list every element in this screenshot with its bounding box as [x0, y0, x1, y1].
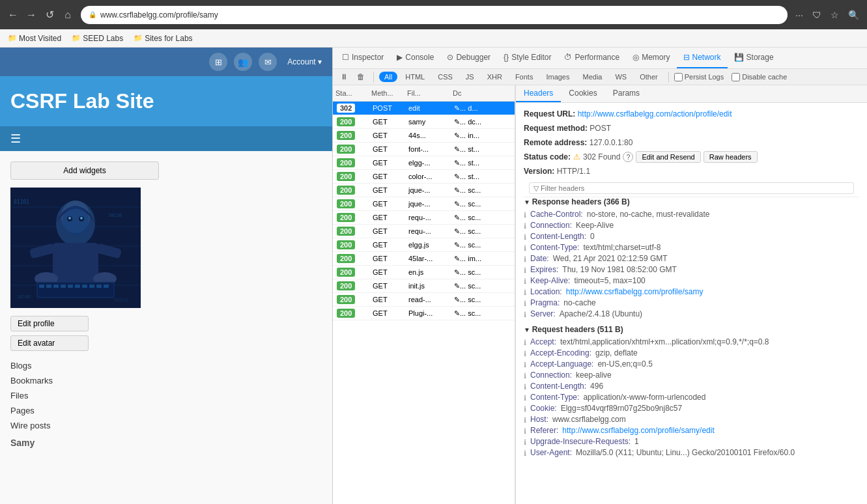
tab-memory[interactable]: ◎ Memory — [626, 48, 676, 68]
referer-value[interactable]: http://www.csrflabelgg.com/profile/samy/… — [562, 426, 714, 435]
account-button[interactable]: Account ▾ — [287, 57, 322, 66]
filter-headers-input[interactable] — [529, 182, 854, 194]
sidebar-link-pages[interactable]: Pages — [10, 404, 159, 417]
request-url-value[interactable]: http://www.csrflabelgg.com/action/profil… — [578, 109, 732, 119]
disable-cache-checkbox[interactable] — [732, 73, 740, 81]
table-row[interactable]: 200 GET init.js ✎... sc... — [333, 279, 515, 293]
sidebar-link-bookmarks[interactable]: Bookmarks — [10, 374, 159, 387]
version-label: Version: — [524, 167, 554, 176]
svg-rect-20 — [75, 285, 80, 288]
filter-media[interactable]: Media — [577, 72, 607, 82]
table-row[interactable]: 200 GET font-... ✎... st... — [333, 143, 515, 156]
star-button[interactable]: ☆ — [828, 7, 842, 23]
search-button[interactable]: 🔍 — [846, 7, 862, 23]
filter-headers-row — [524, 180, 859, 197]
disable-cache-label[interactable]: Disable cache — [732, 73, 787, 81]
table-row[interactable]: 200 GET color-... ✎... st... — [333, 170, 515, 184]
table-row[interactable]: 200 GET en.js ✎... sc... — [333, 266, 515, 279]
hamburger-icon[interactable]: ☰ — [10, 132, 21, 145]
bookmark-most-visited[interactable]: 📁 Most Visited — [5, 33, 64, 44]
shield-button[interactable]: 🛡 — [810, 7, 824, 23]
response-header-content-length: ℹ Content-Length: 0 — [524, 231, 859, 242]
request-url-row: Request URL: http://www.csrflabelgg.com/… — [524, 108, 859, 120]
bookmark-sites-for-labs[interactable]: 📁 Sites for Labs — [131, 33, 195, 44]
tab-performance[interactable]: ⏱ Performance — [558, 48, 626, 68]
table-row[interactable]: 200 GET Plugi-... ✎... sc... — [333, 307, 515, 320]
headers-content: Request URL: http://www.csrflabelgg.com/… — [516, 103, 867, 504]
table-row[interactable]: 200 GET samy ✎... dc... — [333, 115, 515, 129]
table-row[interactable]: 302 POST edit ✎... d... — [333, 102, 515, 115]
tab-debugger[interactable]: ⊙ Debugger — [440, 48, 497, 68]
response-header-expires: ℹ Expires: Thu, 19 Nov 1981 08:52:00 GMT — [524, 264, 859, 275]
filter-js[interactable]: JS — [461, 72, 479, 82]
persist-logs-checkbox[interactable] — [674, 73, 683, 81]
table-row[interactable]: 200 GET jque-... ✎... sc... — [333, 197, 515, 211]
main-layout: ⊞ 👥 ✉ Account ▾ CSRF Lab Site ☰ Add widg… — [0, 48, 867, 504]
response-headers-title[interactable]: Response headers (366 B) — [524, 197, 859, 206]
tab-inspector[interactable]: ☐ Inspector — [335, 48, 390, 68]
tab-storage-label: Storage — [746, 53, 774, 62]
response-header-cache-control: ℹ Cache-Control: no-store, no-cache, mus… — [524, 209, 859, 220]
site-grid-icon[interactable]: ⊞ — [209, 53, 227, 71]
date-name: Date: — [530, 254, 549, 263]
help-icon[interactable]: ? — [623, 152, 633, 162]
performance-icon: ⏱ — [564, 53, 572, 62]
table-row[interactable]: 200 GET elgg-... ✎... st... — [333, 156, 515, 170]
pause-button[interactable]: ⏸ — [337, 70, 351, 83]
sub-tab-cookies[interactable]: Cookies — [561, 85, 604, 102]
tab-style-editor[interactable]: {} Style Editor — [497, 48, 558, 68]
add-widgets-button[interactable]: Add widgets — [10, 161, 159, 180]
reload-button[interactable]: ↺ — [42, 7, 57, 23]
address-bar[interactable]: 🔒 www.csrflabelgg.com/profile/samy — [81, 6, 788, 24]
edit-profile-button[interactable]: Edit profile — [10, 316, 89, 331]
home-button[interactable]: ⌂ — [60, 7, 76, 23]
filter-fonts[interactable]: Fonts — [510, 72, 539, 82]
location-value[interactable]: http://www.csrflabelgg.com/profile/samy — [566, 287, 704, 296]
filter-xhr[interactable]: XHR — [482, 72, 507, 82]
table-row[interactable]: 200 GET requ-... ✎... sc... — [333, 225, 515, 238]
sidebar-link-blogs[interactable]: Blogs — [10, 359, 159, 372]
request-headers-title[interactable]: Request headers (511 B) — [524, 325, 859, 334]
user-agent-name: User-Agent: — [530, 448, 572, 457]
col-file-header: Fil... — [405, 88, 450, 98]
persist-logs-label[interactable]: Persist Logs — [674, 73, 724, 81]
clear-button[interactable]: 🗑 — [354, 70, 368, 83]
menu-button[interactable]: ··· — [793, 7, 806, 23]
table-row[interactable]: 200 GET 45lar-... ✎... im... — [333, 252, 515, 266]
info-icon-r4: ℹ — [524, 372, 526, 380]
filter-other[interactable]: Other — [634, 72, 663, 82]
site-mail-icon[interactable]: ✉ — [259, 53, 277, 71]
tab-style-label: Style Editor — [511, 53, 551, 62]
filter-html[interactable]: HTML — [400, 72, 430, 82]
bookmark-seed-labs[interactable]: 📁 SEED Labs — [69, 33, 126, 44]
request-header-connection: ℹ Connection: keep-alive — [524, 370, 859, 381]
edit-avatar-button[interactable]: Edit avatar — [10, 335, 89, 351]
site-people-icon[interactable]: 👥 — [234, 53, 252, 71]
svg-rect-18 — [61, 285, 66, 288]
tab-storage[interactable]: 💾 Storage — [728, 48, 780, 68]
back-button[interactable]: ← — [5, 7, 21, 23]
edit-resend-button[interactable]: Edit and Resend — [636, 151, 700, 163]
filter-css[interactable]: CSS — [433, 72, 458, 82]
tab-console[interactable]: ▶ Console — [390, 48, 440, 68]
request-header-content-type: ℹ Content-Type: application/x-www-form-u… — [524, 392, 859, 403]
tab-network[interactable]: ⊟ Network — [677, 48, 728, 68]
table-row[interactable]: 200 GET 44s... ✎... in... — [333, 129, 515, 143]
info-icon-r9: ℹ — [524, 427, 526, 436]
filter-all[interactable]: All — [379, 72, 397, 82]
info-icon-r2: ℹ — [524, 350, 526, 358]
storage-icon: 💾 — [734, 53, 744, 62]
table-row[interactable]: 200 GET requ-... ✎... sc... — [333, 211, 515, 225]
filter-images[interactable]: Images — [541, 72, 575, 82]
sub-tab-headers[interactable]: Headers — [516, 85, 561, 102]
sidebar-link-wire-posts[interactable]: Wire posts — [10, 419, 159, 432]
table-row[interactable]: 200 GET read-... ✎... sc... — [333, 293, 515, 307]
table-row[interactable]: 200 GET elgg.js ✎... sc... — [333, 238, 515, 252]
filter-ws[interactable]: WS — [610, 72, 632, 82]
sidebar-link-files[interactable]: Files — [10, 389, 159, 402]
response-header-date: ℹ Date: Wed, 21 Apr 2021 02:12:59 GMT — [524, 253, 859, 264]
sub-tab-params[interactable]: Params — [605, 85, 647, 102]
raw-headers-button[interactable]: Raw headers — [704, 151, 758, 163]
table-row[interactable]: 200 GET jque-... ✎... sc... — [333, 184, 515, 197]
forward-button[interactable]: → — [23, 7, 39, 23]
